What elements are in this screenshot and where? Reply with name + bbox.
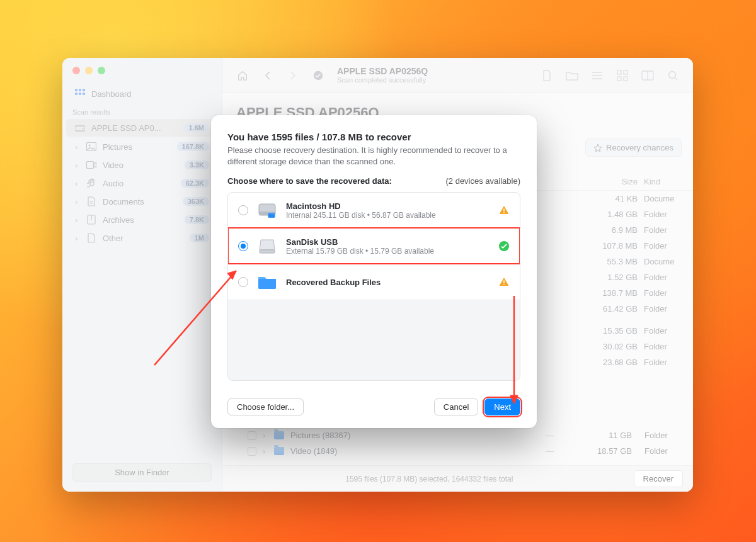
drive-icon <box>257 200 277 220</box>
svg-rect-31 <box>503 213 505 214</box>
dialog-devices-available: (2 devices available) <box>445 176 520 186</box>
warning-icon <box>498 205 510 216</box>
destination-option[interactable]: Macintosh HDInternal 245.11 GB disk • 56… <box>228 193 520 228</box>
svg-rect-30 <box>503 209 505 212</box>
checkmark-icon <box>498 240 510 252</box>
svg-rect-32 <box>260 250 275 253</box>
destination-name: Macintosh HD <box>286 201 490 211</box>
recovery-destination-dialog: You have 1595 files / 107.8 MB to recove… <box>211 115 537 428</box>
destination-list: Macintosh HDInternal 245.11 GB disk • 56… <box>227 192 520 381</box>
annotation-arrow-down <box>508 296 520 406</box>
choose-folder-button[interactable]: Choose folder... <box>227 398 304 415</box>
svg-rect-36 <box>503 285 505 286</box>
warning-icon <box>498 276 510 288</box>
svg-rect-34 <box>258 279 276 289</box>
destination-detail: Internal 245.11 GB disk • 56.87 GB avail… <box>286 211 490 220</box>
destination-option[interactable]: Recovered Backup Files <box>228 264 520 300</box>
radio-button[interactable] <box>238 241 248 251</box>
annotation-arrow-left <box>148 252 249 371</box>
dialog-choose-label: Choose where to save the recovered data: <box>227 176 392 186</box>
svg-line-37 <box>154 271 236 365</box>
destination-detail: External 15.79 GB disk • 15.79 GB availa… <box>286 247 490 256</box>
svg-rect-35 <box>503 281 505 284</box>
dialog-subtitle: Please choose recovery destination. It i… <box>227 145 520 167</box>
destination-name: Recovered Backup Files <box>286 278 490 287</box>
svg-marker-40 <box>510 395 518 404</box>
drive-icon <box>257 236 277 256</box>
destination-option[interactable]: SanDisk USBExternal 15.79 GB disk • 15.7… <box>228 228 520 264</box>
destination-name: SanDisk USB <box>286 237 490 247</box>
radio-button[interactable] <box>238 205 248 215</box>
cancel-button[interactable]: Cancel <box>434 398 478 415</box>
drive-icon <box>257 272 277 292</box>
dialog-title: You have 1595 files / 107.8 MB to recove… <box>227 132 520 142</box>
